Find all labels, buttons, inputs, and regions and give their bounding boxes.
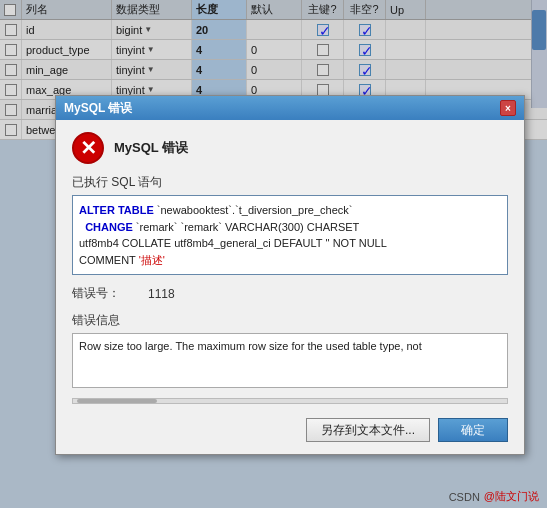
scrollbar-handle[interactable] xyxy=(77,399,157,403)
error-num-label: 错误号： xyxy=(72,285,120,302)
dialog-footer: 另存到文本文件... 确定 xyxy=(72,414,508,444)
error-icon: ✕ xyxy=(72,132,104,164)
dialog-body: ✕ MySQL 错误 已执行 SQL 语句 ALTER TABLE `newab… xyxy=(56,120,524,454)
sql-section-label: 已执行 SQL 语句 xyxy=(72,174,508,191)
error-info-label: 错误信息 xyxy=(72,312,508,329)
watermark-site: CSDN xyxy=(449,491,480,503)
error-num-value: 1118 xyxy=(128,287,175,301)
dialog-icon-row: ✕ MySQL 错误 xyxy=(72,132,508,164)
dialog-inner-title: MySQL 错误 xyxy=(114,139,188,157)
error-info-box: Row size too large. The maximum row size… xyxy=(72,333,508,388)
sql-text-box: ALTER TABLE `newabooktest`.`t_diversion_… xyxy=(72,195,508,275)
watermark: CSDN @陆文门说 xyxy=(449,489,539,504)
dialog-title: MySQL 错误 xyxy=(64,100,132,117)
error-info-scrollbar[interactable] xyxy=(72,398,508,404)
dialog-titlebar: MySQL 错误 × xyxy=(56,96,524,120)
watermark-handle: @陆文门说 xyxy=(484,489,539,504)
mysql-error-dialog: MySQL 错误 × ✕ MySQL 错误 已执行 SQL 语句 ALTER T… xyxy=(55,95,525,455)
error-info-text: Row size too large. The maximum row size… xyxy=(79,340,422,352)
ok-button[interactable]: 确定 xyxy=(438,418,508,442)
save-to-file-button[interactable]: 另存到文本文件... xyxy=(306,418,430,442)
error-num-row: 错误号： 1118 xyxy=(72,285,508,302)
dialog-close-button[interactable]: × xyxy=(500,100,516,116)
